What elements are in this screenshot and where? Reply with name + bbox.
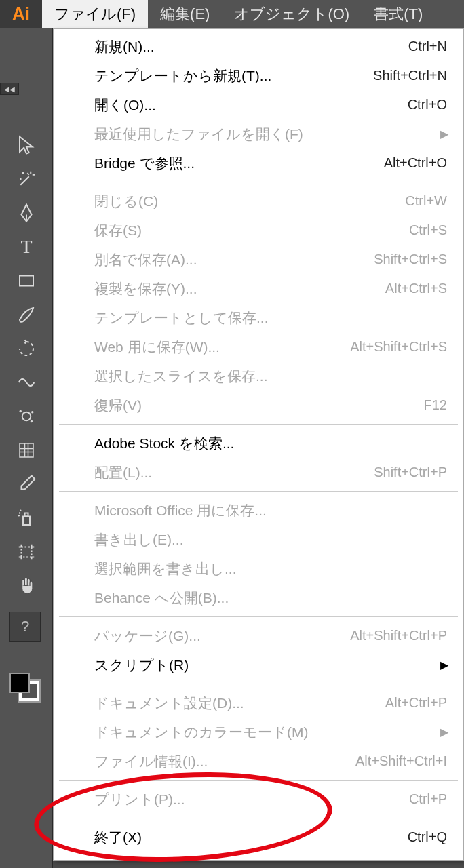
menu-item-label: スクリプト(R) [94,656,447,675]
collapse-panel-icon[interactable]: ◀◀ [0,83,19,95]
menu-item-label: Adobe Stock を検索... [94,434,447,453]
color-swatches[interactable] [7,666,45,698]
menu-item-shortcut: Ctrl+O [408,97,447,113]
menu-item-label: Microsoft Office 用に保存... [94,501,447,520]
type-tool-icon[interactable]: T [9,232,43,262]
artboard-tool-icon[interactable] [9,537,43,567]
menu-separator [59,182,458,182]
menu-item-shortcut: Shift+Ctrl+S [374,252,447,267]
file-menu-item: 選択範囲を書き出し... [54,554,463,583]
submenu-arrow-icon: ▶ [440,127,448,140]
menu-separator [59,684,458,684]
svg-point-3 [31,411,34,414]
menu-item-label: 保存(S) [94,221,409,240]
menu-item-shortcut: Ctrl+P [409,791,447,807]
file-menu-item: 選択したスライスを保存... [54,361,463,391]
warp-tool-icon[interactable] [9,368,43,397]
toolbox: T ? [9,130,43,642]
menu-item-shortcut: Alt+Ctrl+O [384,155,447,171]
symbol-sprayer-tool-icon[interactable] [9,401,43,431]
help-button[interactable]: ? [9,612,41,642]
menu-separator [59,780,458,781]
menu-item-label: テンプレートとして保存... [94,309,447,328]
mesh-tool-icon[interactable] [9,435,43,465]
file-menu-item[interactable]: 新規(N)...Ctrl+N [54,32,463,61]
file-menu-item[interactable]: テンプレートから新規(T)...Shift+Ctrl+N [54,61,463,90]
menu-item-label: 最近使用したファイルを開く(F) [94,125,447,144]
hand-tool-icon[interactable] [9,571,43,601]
menu-item-label: 複製を保存(Y)... [94,279,385,298]
svg-point-8 [19,512,21,514]
file-menu-item: 保存(S)Ctrl+S [54,216,463,245]
file-menu-item: テンプレートとして保存... [54,303,463,332]
file-menu-item: プリント(P)...Ctrl+P [54,785,463,814]
menu-item-label: 閉じる(C) [94,192,405,211]
rotate-tool-icon[interactable] [9,334,43,363]
menu-item-label: 書き出し(E)... [94,530,447,549]
menu-item-label: ファイル情報(I)... [94,752,355,771]
menu-file[interactable]: ファイル(F) [42,0,148,28]
file-menu-item: 配置(L)...Shift+Ctrl+P [54,458,463,487]
file-menu-item: 書き出し(E)... [54,525,463,554]
pen-tool-icon[interactable] [9,198,43,228]
tool-panel: ◀◀ T [0,28,53,868]
menu-item-label: 復帰(V) [94,396,424,415]
app-logo: Ai [0,0,42,28]
menu-item-shortcut: F12 [424,397,447,413]
menu-type[interactable]: 書式(T) [362,0,435,28]
file-menu-item: 複製を保存(Y)...Alt+Ctrl+S [54,274,463,303]
menu-object[interactable]: オブジェクト(O) [222,0,362,28]
menu-item-label: 新規(N)... [94,37,408,56]
fill-swatch[interactable] [9,673,30,693]
menu-item-shortcut: Alt+Ctrl+S [385,281,447,296]
menu-item-label: 終了(X) [94,828,408,847]
menu-item-label: 選択範囲を書き出し... [94,559,447,578]
file-menu-item[interactable]: 終了(X)Ctrl+Q [54,823,463,852]
menu-item-label: ドキュメント設定(D)... [94,694,385,713]
file-menu-item: ファイル情報(I)...Alt+Shift+Ctrl+I [54,747,463,776]
menu-item-label: プリント(P)... [94,790,409,809]
file-menu-item: Web 用に保存(W)...Alt+Shift+Ctrl+S [54,332,463,361]
svg-point-4 [31,420,33,423]
file-menu-item: 復帰(V)F12 [54,391,463,420]
menu-separator [59,616,458,617]
rectangle-tool-icon[interactable] [9,266,43,296]
menu-item-shortcut: Shift+Ctrl+P [374,465,447,480]
file-menu-item: 別名で保存(A)...Shift+Ctrl+S [54,245,463,274]
menu-item-label: 開く(O)... [94,96,408,115]
menu-item-label: Bridge で参照... [94,154,384,173]
file-menu-item: 閉じる(C)Ctrl+W [54,186,463,216]
file-menu-item: Behance へ公開(B)... [54,583,463,612]
selection-tool-icon[interactable] [9,130,43,160]
file-menu-item[interactable]: Adobe Stock を検索... [54,429,463,458]
svg-rect-5 [20,443,33,457]
menu-item-shortcut: Ctrl+W [405,193,447,209]
menu-item-shortcut: Shift+Ctrl+N [373,68,447,83]
file-menu-item[interactable]: スクリプト(R)▶ [54,650,463,679]
svg-rect-0 [20,276,33,286]
file-menu-dropdown: 新規(N)...Ctrl+Nテンプレートから新規(T)...Shift+Ctrl… [53,28,464,861]
menu-item-label: テンプレートから新規(T)... [94,66,373,85]
menu-item-shortcut: Alt+Shift+Ctrl+I [355,753,447,769]
menu-item-shortcut: Ctrl+Q [408,829,447,845]
menu-separator [59,491,458,492]
menubar: Ai ファイル(F) 編集(E) オブジェクト(O) 書式(T) [0,0,464,28]
submenu-arrow-icon: ▶ [440,658,448,671]
paintbrush-tool-icon[interactable] [9,300,43,330]
menu-item-shortcut: Alt+Shift+Ctrl+S [350,339,447,355]
menu-item-label: 別名で保存(A)... [94,250,374,269]
svg-rect-7 [25,513,28,517]
file-menu-item: ドキュメントのカラーモード(M)▶ [54,717,463,747]
svg-point-1 [22,412,31,421]
menu-item-shortcut: Alt+Ctrl+P [385,695,447,711]
file-menu-item[interactable]: Bridge で参照...Alt+Ctrl+O [54,149,463,178]
menu-item-label: ドキュメントのカラーモード(M) [94,723,447,742]
file-menu-item[interactable]: 開く(O)...Ctrl+O [54,90,463,119]
svg-point-2 [20,410,22,413]
magic-wand-tool-icon[interactable] [9,164,43,194]
eyedropper-tool-icon[interactable] [9,469,43,499]
menu-edit[interactable]: 編集(E) [148,0,222,28]
svg-rect-11 [22,547,32,557]
spray-tool-icon[interactable] [9,503,43,533]
svg-rect-6 [23,517,30,526]
